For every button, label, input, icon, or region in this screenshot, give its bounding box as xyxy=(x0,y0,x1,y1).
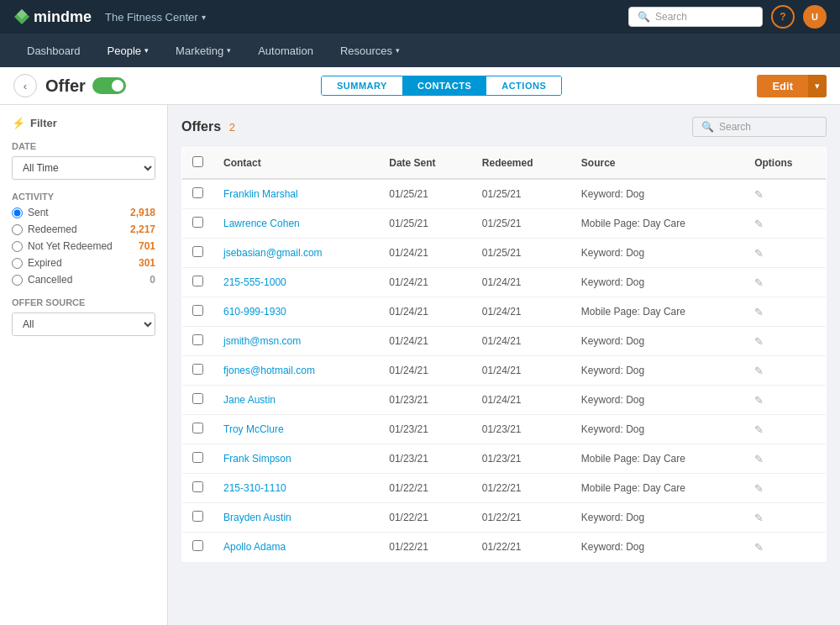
row-redeemed: 01/24/21 xyxy=(472,297,571,327)
avatar[interactable]: U xyxy=(803,5,827,29)
row-source: Keyword: Dog xyxy=(571,356,744,386)
row-checkbox-cell[interactable] xyxy=(182,239,214,268)
row-checkbox[interactable] xyxy=(192,187,203,198)
contact-link[interactable]: 215-310-1110 xyxy=(223,482,286,494)
row-options[interactable]: ✎ xyxy=(744,503,826,533)
offer-title: Offer xyxy=(45,76,126,96)
row-checkbox[interactable] xyxy=(192,481,203,492)
tab-summary[interactable]: Summary xyxy=(322,76,402,95)
logo[interactable]: mindme xyxy=(13,8,92,26)
offer-toggle[interactable] xyxy=(92,77,126,94)
contact-link[interactable]: 215-555-1000 xyxy=(223,276,286,288)
row-edit-icon[interactable]: ✎ xyxy=(754,482,764,495)
nav-automation[interactable]: Automation xyxy=(244,34,327,67)
row-edit-icon[interactable]: ✎ xyxy=(754,335,764,348)
row-checkbox[interactable] xyxy=(192,423,203,433)
nav-marketing[interactable]: Marketing ▾ xyxy=(162,34,244,67)
table-row: Franklin Marshal 01/25/21 01/25/21 Keywo… xyxy=(182,179,827,209)
activity-not-redeemed-radio[interactable] xyxy=(12,241,23,252)
contact-link[interactable]: fjones@hotmail.com xyxy=(223,365,315,376)
row-options[interactable]: ✎ xyxy=(744,239,826,268)
row-checkbox-cell[interactable] xyxy=(182,386,214,415)
contact-link[interactable]: Lawrence Cohen xyxy=(223,218,300,229)
row-checkbox[interactable] xyxy=(192,393,203,404)
row-checkbox[interactable] xyxy=(192,364,203,375)
activity-sent-radio[interactable] xyxy=(12,207,23,218)
activity-expired-radio[interactable] xyxy=(12,258,23,269)
row-checkbox-cell[interactable] xyxy=(182,268,214,297)
contact-link[interactable]: Brayden Austin xyxy=(223,512,291,523)
row-edit-icon[interactable]: ✎ xyxy=(754,276,764,289)
row-checkbox-cell[interactable] xyxy=(182,209,214,239)
row-checkbox[interactable] xyxy=(192,246,203,257)
row-options[interactable]: ✎ xyxy=(744,386,826,415)
content-search[interactable]: 🔍 Search xyxy=(692,117,827,137)
contact-link[interactable]: jsmith@msn.com xyxy=(223,335,301,347)
row-edit-icon[interactable]: ✎ xyxy=(754,247,764,260)
row-edit-icon[interactable]: ✎ xyxy=(754,453,764,465)
row-checkbox-cell[interactable] xyxy=(182,474,214,503)
row-options[interactable]: ✎ xyxy=(744,356,826,386)
row-edit-icon[interactable]: ✎ xyxy=(754,188,764,201)
global-search[interactable]: 🔍 Search xyxy=(628,7,763,27)
row-checkbox-cell[interactable] xyxy=(182,415,214,444)
nav-dashboard[interactable]: Dashboard xyxy=(13,34,94,67)
row-checkbox[interactable] xyxy=(192,511,203,522)
contact-link[interactable]: Jane Austin xyxy=(223,394,276,406)
row-options[interactable]: ✎ xyxy=(744,415,826,444)
row-contact: Lawrence Cohen xyxy=(213,209,379,239)
row-checkbox[interactable] xyxy=(192,305,203,316)
edit-caret-button[interactable]: ▾ xyxy=(808,75,827,97)
help-icon[interactable]: ? xyxy=(771,5,795,29)
nav-resources[interactable]: Resources ▾ xyxy=(327,34,413,67)
contact-link[interactable]: 610-999-1930 xyxy=(223,306,286,318)
row-options[interactable]: ✎ xyxy=(744,297,826,327)
th-select-all[interactable] xyxy=(182,148,214,180)
row-edit-icon[interactable]: ✎ xyxy=(754,306,764,318)
org-name[interactable]: The Fitness Center ▾ xyxy=(105,11,206,24)
back-button[interactable]: ‹ xyxy=(13,74,37,97)
th-contact: Contact xyxy=(213,148,379,180)
source-filter-select[interactable]: All xyxy=(12,312,155,336)
contact-link[interactable]: Apollo Adama xyxy=(223,541,286,553)
row-edit-icon[interactable]: ✎ xyxy=(754,218,764,230)
contact-link[interactable]: Franklin Marshal xyxy=(223,188,298,200)
date-filter-select[interactable]: All Time Today This Week This Month xyxy=(12,156,155,180)
tab-contacts[interactable]: Contacts xyxy=(402,76,486,95)
activity-cancelled-radio[interactable] xyxy=(12,275,23,286)
row-options[interactable]: ✎ xyxy=(744,327,826,356)
row-checkbox[interactable] xyxy=(192,217,203,228)
row-edit-icon[interactable]: ✎ xyxy=(754,365,764,377)
row-contact: jsmith@msn.com xyxy=(213,327,379,356)
row-edit-icon[interactable]: ✎ xyxy=(754,394,764,407)
row-edit-icon[interactable]: ✎ xyxy=(754,541,764,554)
row-options[interactable]: ✎ xyxy=(744,179,826,209)
row-checkbox-cell[interactable] xyxy=(182,533,214,562)
row-checkbox[interactable] xyxy=(192,276,203,286)
row-checkbox[interactable] xyxy=(192,540,203,551)
row-checkbox-cell[interactable] xyxy=(182,356,214,386)
row-edit-icon[interactable]: ✎ xyxy=(754,512,764,524)
activity-redeemed-radio[interactable] xyxy=(12,224,23,235)
row-options[interactable]: ✎ xyxy=(744,474,826,503)
row-options[interactable]: ✎ xyxy=(744,533,826,562)
row-checkbox[interactable] xyxy=(192,452,203,463)
tab-actions[interactable]: Actions xyxy=(486,76,561,95)
contact-link[interactable]: jsebasian@gmail.com xyxy=(223,247,323,259)
select-all-checkbox[interactable] xyxy=(192,156,203,167)
row-options[interactable]: ✎ xyxy=(744,444,826,474)
contact-link[interactable]: Troy McClure xyxy=(223,423,284,435)
activity-filter-label: Activity xyxy=(12,192,155,202)
row-options[interactable]: ✎ xyxy=(744,209,826,239)
row-options[interactable]: ✎ xyxy=(744,268,826,297)
row-checkbox[interactable] xyxy=(192,334,203,345)
nav-people[interactable]: People ▾ xyxy=(94,34,162,67)
row-checkbox-cell[interactable] xyxy=(182,297,214,327)
row-checkbox-cell[interactable] xyxy=(182,179,214,209)
row-edit-icon[interactable]: ✎ xyxy=(754,423,764,436)
edit-button[interactable]: Edit xyxy=(757,75,808,97)
row-checkbox-cell[interactable] xyxy=(182,444,214,474)
contact-link[interactable]: Frank Simpson xyxy=(223,453,291,465)
row-checkbox-cell[interactable] xyxy=(182,327,214,356)
row-checkbox-cell[interactable] xyxy=(182,503,214,533)
